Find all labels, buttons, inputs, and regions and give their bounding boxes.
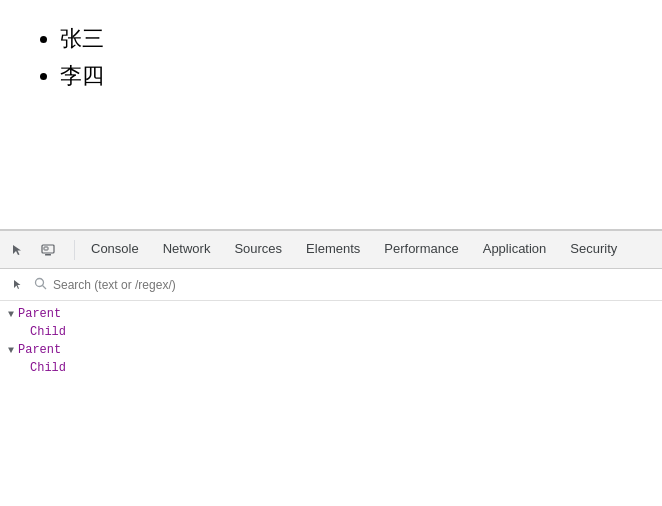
search-cursor-icon [8, 278, 28, 291]
search-icon [34, 277, 47, 293]
tree-arrow-1: ▼ [8, 309, 14, 320]
svg-point-3 [36, 278, 44, 286]
tab-network[interactable]: Network [151, 231, 223, 269]
devtools-searchbar [0, 269, 662, 301]
content-list: 张三 李四 [30, 20, 632, 95]
toolbar-icons [4, 236, 62, 264]
tree-parent-label-1: Parent [18, 307, 61, 321]
tree-parent-label-2: Parent [18, 343, 61, 357]
tab-performance[interactable]: Performance [372, 231, 470, 269]
devtools-panel: Console Network Sources Elements Perform… [0, 230, 662, 506]
tab-elements[interactable]: Elements [294, 231, 372, 269]
tab-console[interactable]: Console [79, 231, 151, 269]
tree-child-2[interactable]: Child [0, 359, 662, 377]
svg-rect-2 [44, 247, 48, 250]
tab-application[interactable]: Application [471, 231, 559, 269]
search-input[interactable] [53, 278, 654, 292]
tree-parent-2[interactable]: ▼ Parent [0, 341, 662, 359]
tree-parent-1[interactable]: ▼ Parent [0, 305, 662, 323]
list-item-1: 张三 [60, 20, 632, 57]
devtools-tabbar: Console Network Sources Elements Perform… [0, 231, 662, 269]
cursor-icon[interactable] [4, 236, 32, 264]
svg-rect-1 [45, 254, 51, 256]
tab-security[interactable]: Security [558, 231, 629, 269]
tree-arrow-2: ▼ [8, 345, 14, 356]
tree-child-1[interactable]: Child [0, 323, 662, 341]
main-content: 张三 李四 [0, 0, 662, 230]
device-icon[interactable] [34, 236, 62, 264]
tab-sources[interactable]: Sources [222, 231, 294, 269]
list-item-2: 李四 [60, 57, 632, 94]
toolbar-separator [74, 240, 75, 260]
devtools-tree: ▼ Parent Child ▼ Parent Child [0, 301, 662, 506]
svg-line-4 [43, 285, 47, 289]
